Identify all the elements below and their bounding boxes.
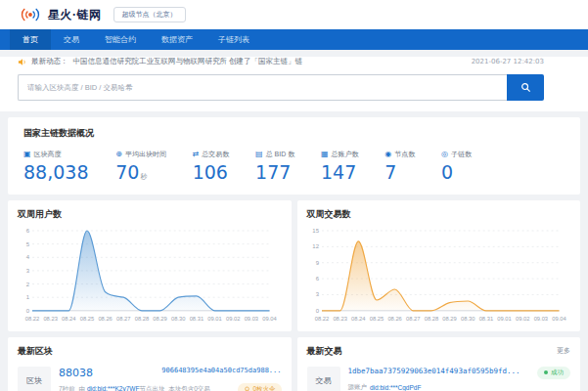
search-bar (18, 74, 544, 101)
svg-text:08.25: 08.25 (80, 316, 94, 322)
svg-text:08.22: 08.22 (25, 316, 39, 322)
latest-transactions-card: 最新交易 更多 交易 1dbe7baa7375929063e014f493af0… (297, 337, 581, 391)
stat-label: 总交易数 (202, 150, 229, 159)
nav-item-transactions[interactable]: 交易 (51, 29, 92, 50)
svg-text:08.26: 08.26 (387, 316, 401, 322)
nav-item-data-assets[interactable]: 数据资产 (149, 29, 205, 50)
biweekly-users-card: 双周用户数 012345608.2208.2308.2408.2508.2608… (8, 200, 292, 331)
svg-text:08.26: 08.26 (98, 316, 112, 322)
stat-subchain-count: ◎子链数 0 (441, 150, 472, 183)
tx-status-badge: 成功 (537, 367, 570, 379)
stats-row: ▣区块高度 88,038 ⊕平均出块时间 70秒 ⇄总交易数 106 ▤总 BI… (23, 150, 565, 183)
stat-value: 7 (384, 161, 415, 183)
stat-total-transactions: ⇄总交易数 106 (193, 150, 230, 183)
charts-row: 双周用户数 012345608.2208.2308.2408.2508.2608… (8, 200, 580, 331)
svg-text:08.28: 08.28 (135, 316, 149, 322)
main-content: 国家主链数据概况 ▣区块高度 88,038 ⊕平均出块时间 70秒 ⇄总交易数 … (0, 111, 588, 391)
stat-label: 子链数 (451, 150, 472, 159)
svg-text:08.29: 08.29 (153, 316, 166, 322)
stats-title: 国家主链数据概况 (23, 127, 565, 140)
subchain-count-icon: ◎ (441, 151, 448, 158)
svg-text:15: 15 (312, 228, 319, 234)
ticker-label: 最新动态： (31, 57, 68, 66)
logo[interactable]: 星火·链网 (18, 6, 102, 23)
tx-hash-link[interactable]: 1dbe7baa7375929063e014f493af0595b9fd... (348, 367, 520, 375)
latest-transactions-title: 最新交易 (307, 345, 342, 358)
block-type-badge: 区块 (18, 367, 51, 391)
svg-text:08.23: 08.23 (333, 316, 346, 322)
biweekly-transactions-card: 双周交易数 0369121508.2208.2308.2408.2508.260… (297, 200, 581, 331)
svg-text:1: 1 (26, 294, 30, 300)
svg-text:08.24: 08.24 (351, 316, 366, 322)
svg-text:3: 3 (315, 291, 319, 297)
block-height-icon: ▣ (23, 151, 31, 158)
nav-item-smart-contracts[interactable]: 智能合约 (92, 29, 149, 50)
search-band: 最新动态： 中国信息通信研究院工业互联网与物联网研究所 创建了「国家主链」链 2… (0, 57, 588, 111)
speaker-icon (18, 58, 26, 66)
users-chart: 012345608.2208.2308.2408.2508.2608.2708.… (18, 225, 282, 327)
block-reward-badge: 0枚火令 (238, 383, 281, 391)
total-bid-icon: ▤ (255, 151, 263, 158)
svg-text:6: 6 (26, 228, 30, 234)
stat-value: 70秒 (115, 161, 166, 183)
svg-text:09.02: 09.02 (515, 316, 528, 322)
block-hash-link[interactable]: 906648395e4a04a50cd75da988... (161, 367, 281, 374)
block-producer-link[interactable]: did:bid:***K2y7WF (87, 385, 139, 391)
stat-block-height: ▣区块高度 88,038 (23, 150, 89, 183)
stat-value: 147 (321, 161, 359, 183)
medal-icon (244, 386, 250, 391)
svg-text:09.02: 09.02 (226, 316, 240, 322)
svg-text:08.22: 08.22 (314, 316, 328, 322)
svg-text:3: 3 (26, 268, 30, 274)
svg-text:08.28: 08.28 (424, 316, 437, 322)
stat-total-accounts: ▦总账户数 147 (321, 150, 359, 183)
top-header: 星火·链网 超级节点（北京） (0, 0, 588, 29)
nav-item-home[interactable]: 首页 (10, 29, 51, 50)
tx-chart-title: 双周交易数 (307, 208, 571, 221)
svg-text:08.31: 08.31 (478, 316, 492, 322)
stat-value: 106 (193, 161, 230, 183)
stat-value: 88,038 (23, 161, 89, 183)
svg-text:0: 0 (26, 308, 30, 314)
svg-text:09.01: 09.01 (497, 316, 511, 322)
bottom-row: 最新区块 区块 88038 906648395e4a04a50cd75da988… (8, 337, 580, 391)
success-dot-icon (544, 370, 548, 374)
stat-label: 总账户数 (332, 150, 359, 159)
block-row[interactable]: 区块 88038 906648395e4a04a50cd75da988... 7… (18, 367, 282, 391)
chain-stats-card: 国家主链数据概况 ▣区块高度 88,038 ⊕平均出块时间 70秒 ⇄总交易数 … (8, 117, 580, 195)
logo-broadcast-icon (18, 6, 43, 23)
svg-text:08.29: 08.29 (442, 316, 456, 322)
node-badge: 超级节点（北京） (113, 7, 186, 22)
users-chart-title: 双周用户数 (18, 208, 282, 221)
svg-text:0: 0 (315, 308, 319, 314)
svg-text:08.24: 08.24 (62, 316, 76, 322)
stat-label: 区块高度 (34, 150, 62, 159)
svg-text:09.04: 09.04 (552, 316, 566, 322)
nav-item-subchain-list[interactable]: 子链列表 (205, 29, 262, 50)
tx-source-label: 源账户 (348, 383, 368, 391)
stat-label: 节点数 (394, 150, 415, 159)
tx-type-badge: 交易 (307, 367, 340, 391)
svg-text:4: 4 (26, 254, 30, 260)
ticker-timestamp: 2021-06-27 12:42:03 (472, 58, 544, 65)
tx-source-account-link[interactable]: did:bid:***CgdPdF (370, 384, 421, 391)
svg-text:08.25: 08.25 (369, 316, 383, 322)
svg-text:08.27: 08.27 (116, 316, 130, 322)
stat-value: 0 (441, 161, 472, 183)
block-height-link[interactable]: 88038 (59, 367, 93, 379)
svg-text:08.23: 08.23 (43, 316, 57, 322)
svg-text:08.27: 08.27 (406, 316, 420, 322)
svg-text:2: 2 (26, 282, 30, 287)
total-transactions-icon: ⇄ (193, 151, 200, 158)
more-transactions-link[interactable]: 更多 (557, 346, 570, 356)
svg-text:9: 9 (315, 260, 319, 266)
svg-text:09.04: 09.04 (262, 316, 277, 322)
transaction-row[interactable]: 交易 1dbe7baa7375929063e014f493af0595b9fd.… (307, 367, 571, 391)
search-button[interactable] (507, 74, 544, 101)
svg-text:5: 5 (26, 241, 30, 247)
node-count-icon: ◉ (384, 151, 391, 158)
svg-text:09.03: 09.03 (533, 316, 547, 322)
search-input[interactable] (18, 74, 507, 101)
avg-block-time-icon: ⊕ (115, 151, 122, 158)
stat-label: 总 BID 数 (266, 150, 295, 159)
